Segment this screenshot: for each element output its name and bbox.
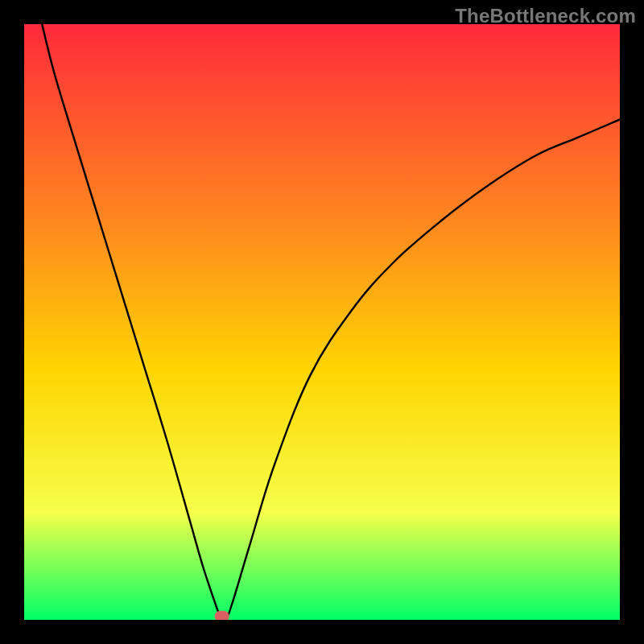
- gradient-background: [24, 24, 620, 620]
- marker-layer: [215, 611, 229, 620]
- min-marker: [215, 611, 229, 620]
- chart-container: TheBottleneck.com: [0, 0, 644, 644]
- bottleneck-chart: [24, 24, 620, 620]
